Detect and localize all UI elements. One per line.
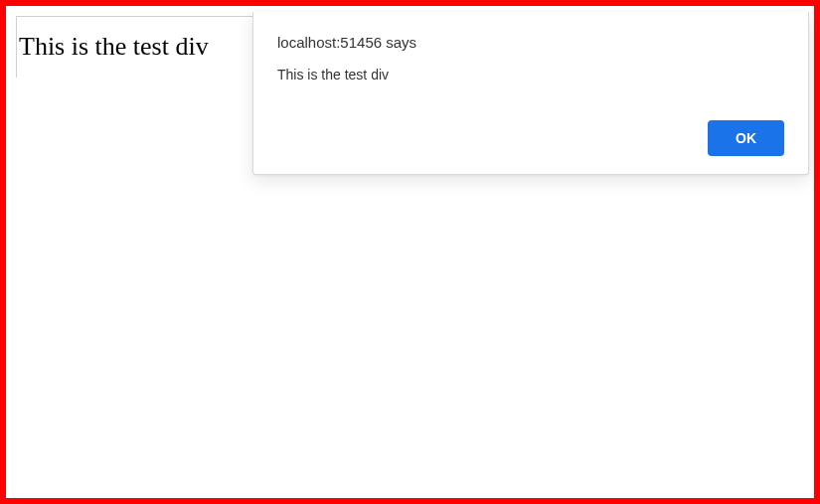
ok-button[interactable]: OK [708, 120, 784, 156]
dialog-actions: OK [277, 120, 784, 156]
dialog-origin-text: localhost:51456 says [277, 34, 784, 51]
screenshot-frame: This is the test div localhost:51456 say… [0, 0, 820, 504]
dialog-message-text: This is the test div [277, 67, 784, 120]
js-alert-dialog: localhost:51456 says This is the test di… [252, 12, 809, 175]
